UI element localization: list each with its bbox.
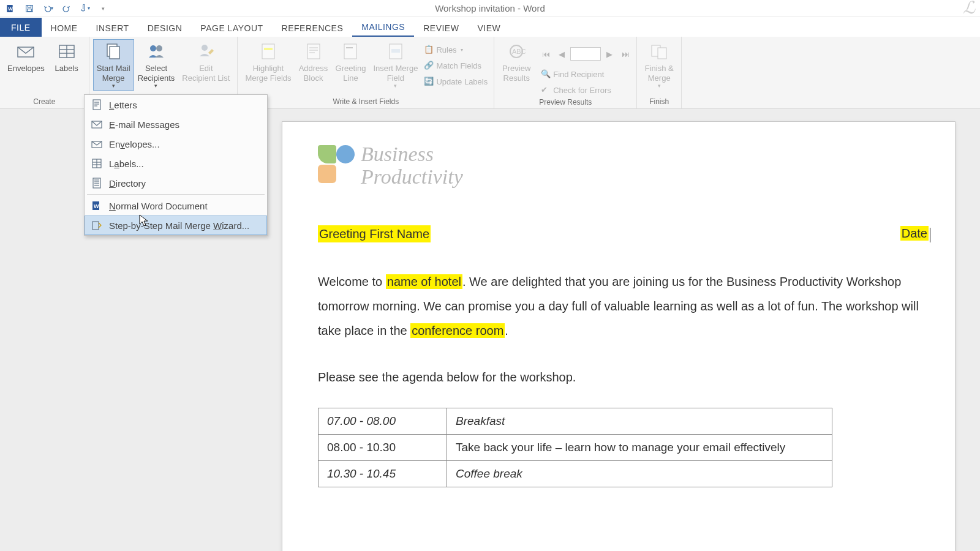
paragraph-2[interactable]: Please see the agenda below for the work… bbox=[318, 365, 930, 389]
greeting-placeholder[interactable]: Greeting First Name bbox=[318, 225, 431, 242]
find-recipient-button[interactable]: 🔍Find Recipient bbox=[538, 66, 633, 82]
room-placeholder[interactable]: conference room bbox=[410, 323, 505, 338]
preview-results-button[interactable]: ABC Preview Results bbox=[498, 39, 535, 84]
word-doc-icon: W bbox=[91, 200, 103, 212]
touch-mode-icon[interactable]: ▾ bbox=[76, 1, 93, 16]
edit-recipient-list-button[interactable]: Edit Recipient List bbox=[178, 39, 233, 84]
redo-icon[interactable] bbox=[58, 1, 75, 16]
svg-point-13 bbox=[156, 45, 162, 51]
agenda-table[interactable]: 07.00 - 08.00 Breakfast 08.00 - 10.30 Ta… bbox=[318, 408, 832, 487]
svg-text:ABC: ABC bbox=[512, 48, 526, 55]
check-errors-button[interactable]: ✔Check for Errors bbox=[538, 82, 633, 98]
mouse-cursor-icon bbox=[139, 214, 150, 231]
letters-icon bbox=[91, 99, 103, 111]
svg-rect-16 bbox=[264, 48, 273, 50]
group-finish-label: Finish bbox=[649, 97, 669, 107]
rules-button[interactable]: 📋Rules▾ bbox=[421, 42, 490, 58]
start-mail-merge-dropdown: Letters E-mail Messages Envelopes... Lab… bbox=[84, 94, 268, 236]
greeting-line-button[interactable]: Greeting Line bbox=[332, 39, 370, 84]
svg-rect-29 bbox=[93, 100, 100, 110]
chevron-down-icon: ▾ bbox=[154, 83, 157, 89]
rules-icon: 📋 bbox=[424, 45, 434, 54]
chevron-down-icon: ▾ bbox=[394, 83, 397, 89]
word-app-icon[interactable]: W bbox=[2, 1, 20, 16]
greeting-line-icon bbox=[339, 40, 361, 62]
dropdown-normal-doc[interactable]: W Normal Word Document bbox=[85, 196, 267, 216]
envelope-icon bbox=[15, 40, 37, 62]
tab-home[interactable]: HOME bbox=[42, 19, 87, 37]
signature-decoration: ℒ bbox=[963, 0, 975, 18]
wizard-icon bbox=[91, 219, 103, 231]
email-icon bbox=[91, 118, 103, 130]
table-cell-item[interactable]: Coffee break bbox=[447, 461, 832, 487]
undo-icon[interactable]: ▾ bbox=[39, 1, 56, 16]
svg-rect-39 bbox=[93, 178, 100, 188]
last-record-icon[interactable]: ⏭ bbox=[618, 47, 633, 61]
envelopes-icon bbox=[91, 138, 103, 150]
tab-file[interactable]: FILE bbox=[0, 18, 42, 37]
save-icon[interactable] bbox=[21, 1, 38, 16]
tab-references[interactable]: REFERENCES bbox=[273, 19, 353, 37]
table-cell-time[interactable]: 08.00 - 10.30 bbox=[318, 435, 447, 461]
svg-point-12 bbox=[150, 45, 156, 51]
table-row[interactable]: 10.30 - 10.45 Coffee break bbox=[318, 461, 832, 487]
finish-merge-button[interactable]: Finish & Merge ▾ bbox=[641, 39, 677, 91]
envelopes-button[interactable]: Envelopes bbox=[4, 39, 48, 75]
tab-insert[interactable]: INSERT bbox=[87, 19, 138, 37]
dropdown-letters[interactable]: Letters bbox=[85, 95, 267, 114]
tab-review[interactable]: REVIEW bbox=[414, 19, 468, 37]
group-finish: Finish & Merge ▾ Finish bbox=[637, 37, 682, 108]
insert-merge-field-button[interactable]: Insert Merge Field ▾ bbox=[369, 39, 421, 91]
svg-point-14 bbox=[202, 45, 208, 51]
update-labels-icon: 🔄 bbox=[424, 77, 434, 86]
dropdown-wizard[interactable]: Step-by-Step Mail Merge Wizard... bbox=[85, 216, 267, 235]
table-row[interactable]: 07.00 - 08.00 Breakfast bbox=[318, 408, 832, 435]
company-logo: Business Productivity bbox=[318, 143, 930, 189]
match-fields-button[interactable]: 🔗Match Fields bbox=[421, 58, 490, 73]
address-block-button[interactable]: Address Block bbox=[295, 39, 332, 84]
prev-record-icon[interactable]: ◀ bbox=[554, 47, 569, 61]
group-write-label: Write & Insert Fields bbox=[333, 97, 399, 107]
match-fields-icon: 🔗 bbox=[424, 61, 434, 70]
labels-icon bbox=[56, 40, 78, 62]
date-placeholder[interactable]: Date bbox=[900, 225, 930, 243]
dropdown-directory[interactable]: Directory bbox=[85, 173, 267, 193]
recipients-icon bbox=[145, 40, 167, 62]
hotel-placeholder[interactable]: name of hotel bbox=[386, 274, 462, 289]
svg-text:W: W bbox=[8, 6, 13, 12]
start-mail-merge-button[interactable]: Start Mail Merge ▾ bbox=[93, 39, 134, 91]
tab-mailings[interactable]: MAILINGS bbox=[352, 18, 414, 37]
customize-qat-icon[interactable]: ▾ bbox=[94, 1, 111, 16]
svg-rect-46 bbox=[92, 222, 99, 230]
update-labels-button[interactable]: 🔄Update Labels bbox=[421, 73, 490, 89]
first-record-icon[interactable]: ⏮ bbox=[538, 47, 553, 61]
paragraph-1[interactable]: Welcome to name of hotel. We are delight… bbox=[318, 269, 930, 343]
highlight-merge-fields-button[interactable]: Highlight Merge Fields bbox=[241, 39, 295, 84]
table-row[interactable]: 08.00 - 10.30 Take back your life – lear… bbox=[318, 435, 832, 461]
address-block-icon bbox=[303, 40, 325, 62]
table-cell-time[interactable]: 10.30 - 10.45 bbox=[318, 461, 447, 487]
document-page[interactable]: Business Productivity Greeting First Nam… bbox=[282, 121, 956, 551]
table-cell-time[interactable]: 07.00 - 08.00 bbox=[318, 408, 447, 435]
record-number-input[interactable] bbox=[570, 47, 601, 61]
group-write-insert: Highlight Merge Fields Address Block Gre… bbox=[238, 37, 494, 108]
table-cell-item[interactable]: Breakfast bbox=[447, 408, 832, 435]
labels-button[interactable]: Labels bbox=[48, 39, 85, 75]
insert-field-icon bbox=[385, 40, 407, 62]
dropdown-envelopes[interactable]: Envelopes... bbox=[85, 134, 267, 154]
dropdown-labels[interactable]: Labels... bbox=[85, 154, 267, 173]
table-cell-item[interactable]: Take back your life – learn how to manag… bbox=[447, 435, 832, 461]
select-recipients-button[interactable]: Select Recipients ▾ bbox=[134, 39, 179, 91]
tab-page-layout[interactable]: PAGE LAYOUT bbox=[191, 19, 272, 37]
start-mail-merge-icon bbox=[102, 40, 124, 62]
find-icon: 🔍 bbox=[541, 69, 551, 79]
tab-view[interactable]: VIEW bbox=[468, 19, 510, 37]
record-navigation: ⏮ ◀ ▶ ⏭ bbox=[538, 42, 633, 66]
svg-rect-17 bbox=[307, 44, 320, 59]
next-record-icon[interactable]: ▶ bbox=[602, 47, 617, 61]
chevron-down-icon: ▾ bbox=[658, 83, 661, 89]
dropdown-separator bbox=[87, 194, 265, 195]
group-preview: ABC Preview Results ⏮ ◀ ▶ ⏭ 🔍Find Recipi… bbox=[494, 37, 637, 108]
dropdown-email[interactable]: E-mail Messages bbox=[85, 114, 267, 134]
tab-design[interactable]: DESIGN bbox=[138, 19, 192, 37]
